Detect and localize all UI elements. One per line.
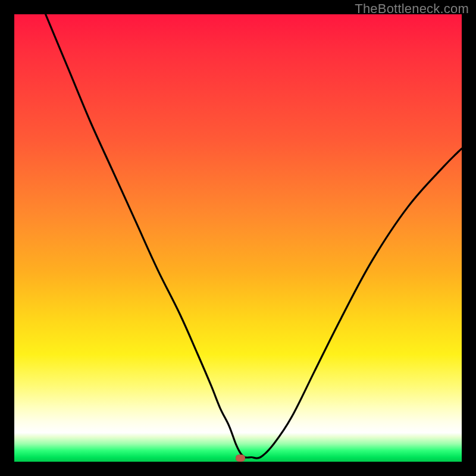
watermark-text: TheBottleneck.com (355, 1, 469, 17)
bottleneck-curve (14, 14, 462, 462)
optimal-marker (236, 455, 245, 462)
chart-frame: TheBottleneck.com (0, 0, 476, 476)
plot-area (14, 14, 462, 462)
